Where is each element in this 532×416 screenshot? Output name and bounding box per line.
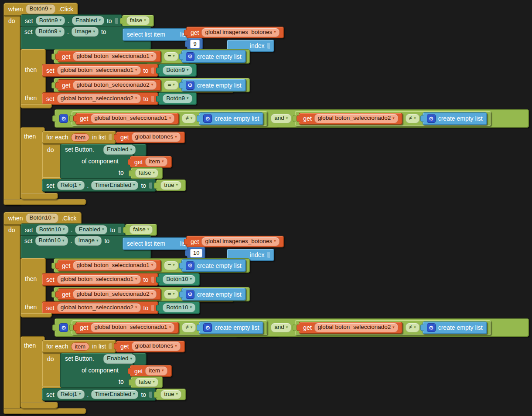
not-equals-comparison-block[interactable]: get global boton_seleccionado2▾ ≠▾ ⚙ cre… bbox=[295, 111, 491, 126]
get-variable-block[interactable]: get item▾ bbox=[130, 365, 172, 377]
get-variable-block[interactable]: get global boton_seleccionado2▾ bbox=[299, 322, 402, 334]
get-variable-block[interactable]: get global boton_seleccionado2▾ bbox=[58, 79, 161, 91]
property-dropdown[interactable]: Enabled▾ bbox=[72, 16, 104, 26]
equals-comparison-block[interactable]: get global boton_seleccionado1▾ =▾ ⚙ cre… bbox=[54, 258, 250, 273]
variable-dropdown[interactable]: global boton_seleccionado1▾ bbox=[73, 261, 157, 271]
get-variable-block[interactable]: get global imagenes_botones▾ bbox=[186, 27, 284, 38]
and-operator-dropdown[interactable]: and▾ bbox=[271, 114, 291, 123]
when-block-header[interactable]: when Botón9▾ .Click bbox=[3, 3, 78, 16]
component-value-block[interactable]: Botón10▾ bbox=[158, 273, 200, 286]
mutator-gear-icon[interactable]: ⚙ bbox=[186, 290, 194, 299]
variable-dropdown[interactable]: global boton_seleccionado2▾ bbox=[73, 81, 157, 90]
get-variable-block[interactable]: get global boton_seleccionado1▾ bbox=[75, 322, 179, 334]
get-variable-block[interactable]: get global boton_seleccionado1▾ bbox=[58, 51, 161, 62]
logic-dropdown[interactable]: false▾ bbox=[130, 225, 153, 235]
create-empty-list-block[interactable]: ⚙ create empty list bbox=[199, 321, 263, 334]
create-empty-list-block[interactable]: ⚙ create empty list bbox=[181, 288, 246, 301]
mutator-gear-icon[interactable]: ⚙ bbox=[427, 114, 436, 123]
component-dropdown[interactable]: Botón10▾ bbox=[36, 225, 68, 235]
logic-false-block[interactable]: false▾ bbox=[122, 15, 154, 27]
variable-dropdown[interactable]: item▾ bbox=[145, 366, 167, 376]
component-dropdown[interactable]: Reloj1▾ bbox=[57, 390, 85, 399]
get-variable-block[interactable]: get item▾ bbox=[130, 156, 172, 168]
component-value-block[interactable]: Botón9▾ bbox=[158, 92, 196, 105]
variable-dropdown[interactable]: global botones▾ bbox=[132, 132, 181, 142]
math-number-block[interactable]: 10 bbox=[187, 247, 205, 259]
logic-false-block[interactable]: false▾ bbox=[131, 376, 163, 388]
create-empty-list-block[interactable]: ⚙ create empty list bbox=[199, 112, 263, 125]
logic-dropdown[interactable]: false▾ bbox=[135, 169, 158, 178]
create-empty-list-block[interactable]: ⚙ create empty list bbox=[423, 321, 487, 334]
variable-dropdown[interactable]: global boton_seleccionado2▾ bbox=[57, 303, 141, 313]
property-dropdown[interactable]: Image▾ bbox=[72, 27, 99, 37]
variable-dropdown[interactable]: global imagenes_botones▾ bbox=[201, 237, 279, 247]
create-empty-list-block[interactable]: ⚙ create empty list bbox=[423, 112, 487, 125]
set-property-block[interactable]: set Botón9▾ . Enabled▾ to bbox=[20, 14, 122, 27]
operator-dropdown[interactable]: ≠▾ bbox=[182, 323, 196, 332]
property-dropdown[interactable]: TimerEnabled▾ bbox=[91, 390, 138, 399]
variable-dropdown[interactable]: global boton_seleccionado2▾ bbox=[73, 290, 157, 299]
set-property-block[interactable]: set Reloj1▾ . TimerEnabled▾ to bbox=[42, 179, 156, 192]
mutator-gear-icon[interactable]: ⚙ bbox=[186, 81, 194, 90]
not-equals-comparison-block[interactable]: get global boton_seleccionado2▾ ≠▾ ⚙ cre… bbox=[295, 320, 491, 335]
component-value-block[interactable]: Botón9▾ bbox=[158, 64, 196, 77]
variable-dropdown[interactable]: global botones▾ bbox=[132, 342, 181, 351]
variable-dropdown[interactable]: global boton_seleccionado1▾ bbox=[57, 66, 141, 75]
operator-dropdown[interactable]: ≠▾ bbox=[182, 114, 196, 123]
mutator-gear-icon[interactable]: ⚙ bbox=[203, 114, 212, 123]
logic-dropdown[interactable]: true▾ bbox=[160, 181, 181, 190]
number-field[interactable]: 10 bbox=[190, 249, 202, 257]
variable-dropdown[interactable]: global boton_seleccionado1▾ bbox=[91, 114, 174, 123]
logic-dropdown[interactable]: false▾ bbox=[126, 16, 150, 26]
set-variable-block[interactable]: set global boton_seleccionado2▾ to bbox=[42, 92, 158, 105]
logic-true-block[interactable]: true▾ bbox=[156, 389, 186, 400]
for-each-block[interactable]: for each item in list bbox=[42, 340, 116, 353]
and-logic-block[interactable]: ⚙ get global boton_seleccionado1▾ ≠▾ ⚙ c… bbox=[55, 318, 529, 337]
mutator-gear-icon[interactable]: ⚙ bbox=[186, 52, 194, 61]
operator-dropdown[interactable]: =▾ bbox=[164, 261, 178, 271]
math-number-block[interactable]: 9 bbox=[187, 38, 203, 50]
variable-dropdown[interactable]: global boton_seleccionado1▾ bbox=[73, 52, 157, 61]
operator-dropdown[interactable]: =▾ bbox=[164, 81, 178, 90]
when-boton10-click-block[interactable]: when Botón10▾ .Click do set Botón10▾ . E… bbox=[3, 212, 532, 416]
set-property-block[interactable]: set Reloj1▾ . TimerEnabled▾ to bbox=[42, 388, 156, 401]
component-dropdown[interactable]: Botón10▾ bbox=[35, 236, 68, 246]
component-dropdown[interactable]: Botón9▾ bbox=[36, 16, 65, 26]
get-variable-block[interactable]: get global botones▾ bbox=[116, 341, 185, 352]
get-variable-block[interactable]: get global boton_seleccionado2▾ bbox=[58, 288, 161, 300]
operator-dropdown[interactable]: =▾ bbox=[164, 52, 178, 61]
when-boton9-click-block[interactable]: when Botón9▾ .Click do set Botón9▾ . Ena… bbox=[3, 3, 532, 207]
component-dropdown[interactable]: Botón9▾ bbox=[163, 66, 192, 75]
get-variable-block[interactable]: get global imagenes_botones▾ bbox=[186, 236, 284, 247]
operator-dropdown[interactable]: =▾ bbox=[164, 290, 178, 299]
and-logic-block[interactable]: ⚙ get global boton_seleccionado1▾ ≠▾ ⚙ c… bbox=[55, 109, 529, 128]
when-block-header[interactable]: when Botón10▾ .Click bbox=[3, 212, 82, 225]
logic-dropdown[interactable]: false▾ bbox=[135, 378, 158, 387]
operator-dropdown[interactable]: ≠▾ bbox=[406, 114, 419, 123]
equals-comparison-block[interactable]: get global boton_seleccionado2▾ =▾ ⚙ cre… bbox=[54, 78, 250, 92]
component-dropdown[interactable]: Botón10▾ bbox=[163, 275, 195, 284]
create-empty-list-block[interactable]: ⚙ create empty list bbox=[181, 79, 246, 91]
variable-dropdown[interactable]: global boton_seleccionado2▾ bbox=[314, 114, 398, 123]
create-empty-list-block[interactable]: ⚙ create empty list bbox=[181, 50, 246, 63]
logic-dropdown[interactable]: true▾ bbox=[160, 390, 181, 399]
get-variable-block[interactable]: get global boton_seleccionado1▾ bbox=[58, 260, 161, 271]
set-property-block[interactable]: set Botón10▾ . Enabled▾ to bbox=[20, 223, 125, 236]
not-equals-comparison-block[interactable]: get global boton_seleccionado1▾ ≠▾ ⚙ cre… bbox=[72, 320, 267, 335]
logic-false-block[interactable]: false▾ bbox=[131, 167, 163, 179]
set-variable-block[interactable]: set global boton_seleccionado1▾ to bbox=[42, 273, 158, 286]
for-each-block[interactable]: for each item in list bbox=[42, 131, 116, 144]
loop-variable-field[interactable]: item bbox=[71, 133, 90, 142]
variable-dropdown[interactable]: global boton_seleccionado1▾ bbox=[91, 323, 174, 332]
logic-true-block[interactable]: true▾ bbox=[156, 179, 186, 191]
operator-dropdown[interactable]: ≠▾ bbox=[406, 323, 419, 332]
and-operator-dropdown[interactable]: and▾ bbox=[271, 323, 291, 332]
component-dropdown[interactable]: Botón9▾ bbox=[35, 27, 65, 37]
blocks-workspace[interactable]: when Botón9▾ .Click do set Botón9▾ . Ena… bbox=[0, 0, 532, 416]
component-dropdown[interactable]: Reloj1▾ bbox=[57, 181, 85, 190]
mutator-gear-icon[interactable]: ⚙ bbox=[186, 261, 194, 270]
property-dropdown[interactable]: Image▾ bbox=[75, 236, 102, 246]
mutator-gear-icon[interactable]: ⚙ bbox=[59, 114, 68, 123]
mutator-gear-icon[interactable]: ⚙ bbox=[203, 323, 212, 332]
property-dropdown[interactable]: Enabled▾ bbox=[103, 354, 136, 364]
